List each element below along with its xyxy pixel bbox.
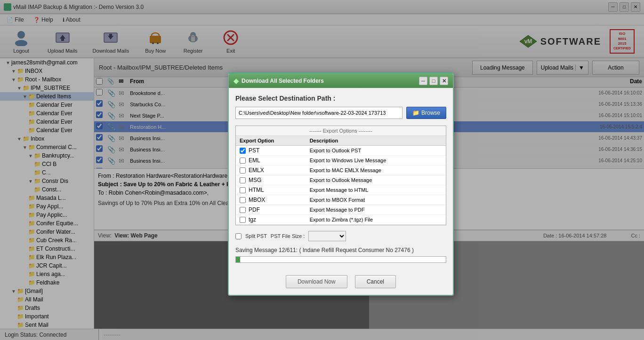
export-checkbox-html[interactable] — [240, 187, 246, 193]
export-option-row: EML Export to Windows Live Message — [236, 156, 446, 166]
modal-restore-button[interactable]: □ — [429, 77, 438, 85]
export-option-inner: MSG — [240, 177, 302, 183]
saving-message-text: Saving Message 12/611: ( Indane Refill R… — [235, 247, 414, 253]
export-option-cell: PST — [236, 146, 306, 156]
export-checkbox-mbox[interactable] — [240, 197, 246, 203]
modal-title: Download All Selected Folders — [242, 78, 324, 84]
modal-logo-icon: ◆ — [233, 77, 239, 85]
export-label-msg: MSG — [249, 177, 261, 183]
modal-minimize-button[interactable]: ─ — [419, 77, 427, 85]
modal-title-left: ◆ Download All Selected Folders — [233, 77, 324, 85]
export-option-cell: EMLX — [236, 166, 306, 175]
destination-path-input[interactable] — [235, 107, 402, 119]
modal-heading: Please Select Destination Path : — [235, 95, 446, 102]
export-checkbox-pst[interactable] — [240, 148, 246, 154]
export-description-mbox: Export to MBOX Format — [306, 195, 446, 205]
download-modal: ◆ Download All Selected Folders ─ □ ✕ Pl… — [228, 72, 454, 296]
export-description-tgz: Export to Zimbra (*.tgz) File — [306, 215, 446, 225]
export-label-eml: EML — [249, 157, 260, 164]
pst-file-size-select[interactable] — [308, 231, 346, 241]
export-option-inner: MBOX — [240, 197, 302, 203]
export-option-inner: EML — [240, 157, 302, 164]
modal-title-bar: ◆ Download All Selected Folders ─ □ ✕ — [229, 74, 453, 88]
export-options-header: ------- Export Options -------- — [236, 126, 446, 136]
export-label-pdf: PDF — [249, 206, 260, 213]
export-checkbox-eml[interactable] — [240, 158, 246, 164]
split-pst-checkbox[interactable] — [235, 233, 242, 239]
export-option-row: EMLX Export to MAC EMLX Message — [236, 166, 446, 175]
export-option-cell: MBOX — [236, 195, 306, 205]
export-description-pst: Export to Outlook PST — [306, 146, 446, 156]
export-label-pst: PST — [249, 147, 259, 154]
export-checkbox-emlx[interactable] — [240, 167, 246, 174]
export-option-row: MSG Export to Outlook Message — [236, 175, 446, 185]
export-description-emlx: Export to MAC EMLX Message — [306, 166, 446, 175]
path-row: 📁 Browse — [235, 107, 446, 119]
export-option-cell: tgz — [236, 215, 306, 225]
progress-bar-outer — [235, 256, 446, 263]
export-col-description: Description — [306, 136, 446, 146]
export-option-inner: EMLX — [240, 167, 302, 174]
export-options-section: ------- Export Options -------- Export O… — [235, 126, 446, 225]
export-label-emlx: EMLX — [249, 167, 264, 174]
cancel-button[interactable]: Cancel — [355, 275, 396, 288]
export-option-row: HTML Export Message to HTML — [236, 185, 446, 195]
export-option-inner: PDF — [240, 206, 302, 213]
split-pst-row: Split PST PST File Size : — [235, 231, 446, 241]
export-option-row: PST Export to Outlook PST — [236, 146, 446, 156]
progress-bar-inner — [236, 257, 240, 262]
export-option-row: PDF Export Message to PDF — [236, 205, 446, 215]
export-col-option: Export Option — [236, 136, 306, 146]
export-options-tbody: PST Export to Outlook PST EML Export to … — [236, 146, 446, 225]
export-checkbox-pdf[interactable] — [240, 207, 246, 213]
browse-button[interactable]: 📁 Browse — [406, 107, 446, 119]
export-option-inner: HTML — [240, 187, 302, 193]
export-checkbox-tgz[interactable] — [240, 217, 246, 223]
export-option-cell: EML — [236, 156, 306, 166]
modal-body: Please Select Destination Path : 📁 Brows… — [229, 88, 453, 275]
export-options-table: Export Option Description PST Export to … — [236, 136, 446, 225]
modal-close-button[interactable]: ✕ — [440, 77, 448, 85]
browse-label: Browse — [421, 110, 440, 116]
saving-message-row: Saving Message 12/611: ( Indane Refill R… — [235, 247, 446, 253]
export-label-tgz: tgz — [249, 216, 256, 223]
export-checkbox-msg[interactable] — [240, 177, 246, 183]
modal-footer: Download Now Cancel — [229, 275, 453, 295]
export-label-mbox: MBOX — [249, 197, 265, 203]
split-pst-label: Split PST — [245, 233, 267, 239]
export-option-inner: tgz — [240, 216, 302, 223]
pst-file-size-label: PST File Size : — [271, 233, 305, 239]
export-option-cell: HTML — [236, 185, 306, 195]
export-option-inner: PST — [240, 147, 302, 154]
export-option-row: tgz Export to Zimbra (*.tgz) File — [236, 215, 446, 225]
export-description-eml: Export to Windows Live Message — [306, 156, 446, 166]
export-option-cell: PDF — [236, 205, 306, 215]
export-description-pdf: Export Message to PDF — [306, 205, 446, 215]
export-option-cell: MSG — [236, 175, 306, 185]
browse-icon: 📁 — [412, 110, 419, 116]
modal-title-controls: ─ □ ✕ — [419, 77, 448, 85]
export-label-html: HTML — [249, 187, 264, 193]
export-description-msg: Export to Outlook Message — [306, 175, 446, 185]
modal-overlay: ◆ Download All Selected Folders ─ □ ✕ Pl… — [0, 0, 644, 340]
export-option-row: MBOX Export to MBOX Format — [236, 195, 446, 205]
export-description-html: Export Message to HTML — [306, 185, 446, 195]
download-now-button[interactable]: Download Now — [286, 275, 347, 288]
